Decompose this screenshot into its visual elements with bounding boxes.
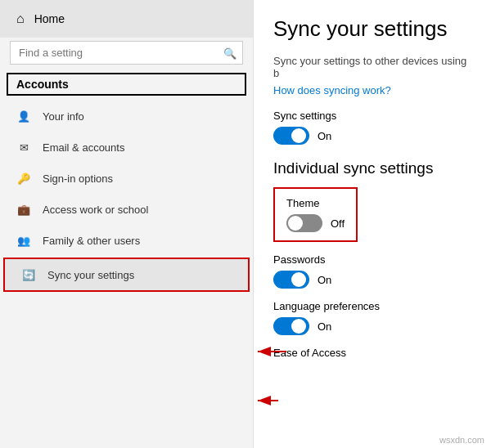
theme-toggle[interactable] <box>286 214 322 232</box>
watermark: wsxdn.com <box>439 435 484 445</box>
sync-settings-status: On <box>318 130 331 142</box>
ease-row: Ease of Access <box>273 347 471 359</box>
sidebar-nav: 👤 Your info ✉ Email & accounts 🔑 Sign-in… <box>0 101 253 448</box>
theme-thumb <box>288 216 303 231</box>
passwords-toggle[interactable] <box>273 271 309 289</box>
nav-label-work: Access work or school <box>43 204 148 216</box>
sync-icon: 🔄 <box>21 267 36 282</box>
theme-box: Theme Off <box>273 187 358 242</box>
nav-label-signin: Sign-in options <box>43 172 113 185</box>
search-container: 🔍 <box>10 41 243 65</box>
main-content: Sync your settings Sync your settings to… <box>254 0 491 448</box>
sidebar-item-your-info[interactable]: 👤 Your info <box>0 101 253 132</box>
nav-label-your-info: Your info <box>43 110 84 123</box>
nav-label-family: Family & other users <box>43 235 140 247</box>
home-icon: ⌂ <box>16 11 25 26</box>
email-icon: ✉ <box>16 140 31 155</box>
theme-status: Off <box>331 217 345 230</box>
theme-label: Theme <box>286 197 345 209</box>
sidebar-item-family[interactable]: 👥 Family & other users <box>0 225 253 256</box>
language-thumb <box>291 319 306 334</box>
sidebar-item-signin[interactable]: 🔑 Sign-in options <box>0 163 253 194</box>
briefcase-icon: 💼 <box>16 202 31 217</box>
person-icon: 👤 <box>16 109 31 123</box>
theme-toggle-row: Off <box>286 214 345 232</box>
sidebar-item-sync[interactable]: 🔄 Sync your settings <box>3 258 250 292</box>
individual-sync-title: Individual sync settings <box>273 159 471 177</box>
sync-settings-thumb <box>291 128 306 143</box>
passwords-label: Passwords <box>273 253 471 266</box>
sidebar-item-work[interactable]: 💼 Access work or school <box>0 194 253 225</box>
passwords-thumb <box>291 272 306 287</box>
passwords-toggle-row: On <box>273 271 471 289</box>
nav-label-sync: Sync your settings <box>47 269 134 281</box>
people-icon: 👥 <box>16 233 31 248</box>
sidebar-item-email[interactable]: ✉ Email & accounts <box>0 132 253 163</box>
sidebar-home[interactable]: ⌂ Home <box>0 0 253 38</box>
home-label: Home <box>34 12 65 25</box>
search-icon: 🔍 <box>223 47 236 59</box>
ease-label: Ease of Access <box>273 347 471 359</box>
sync-settings-toggle[interactable] <box>273 127 309 145</box>
page-title: Sync your settings <box>273 16 471 42</box>
sync-settings-toggle-row: On <box>273 127 471 145</box>
accounts-section-title: Accounts <box>7 73 246 96</box>
sync-settings-label: Sync settings <box>273 110 471 122</box>
how-syncing-link[interactable]: How does syncing work? <box>273 84 471 96</box>
sync-description: Sync your settings to other devices usin… <box>273 55 471 79</box>
language-label: Language preferences <box>273 300 471 312</box>
language-toggle[interactable] <box>273 317 309 335</box>
sidebar: ⌂ Home 🔍 Accounts 👤 Your info ✉ Email & … <box>0 0 254 448</box>
passwords-row: Passwords On <box>273 253 471 289</box>
sync-settings-row: Sync settings On <box>273 110 471 145</box>
search-input[interactable] <box>10 41 243 65</box>
nav-label-email: Email & accounts <box>43 141 124 154</box>
language-toggle-row: On <box>273 317 471 335</box>
key-icon: 🔑 <box>16 171 31 186</box>
language-row: Language preferences On <box>273 300 471 335</box>
passwords-status: On <box>318 274 331 286</box>
language-status: On <box>318 320 331 333</box>
